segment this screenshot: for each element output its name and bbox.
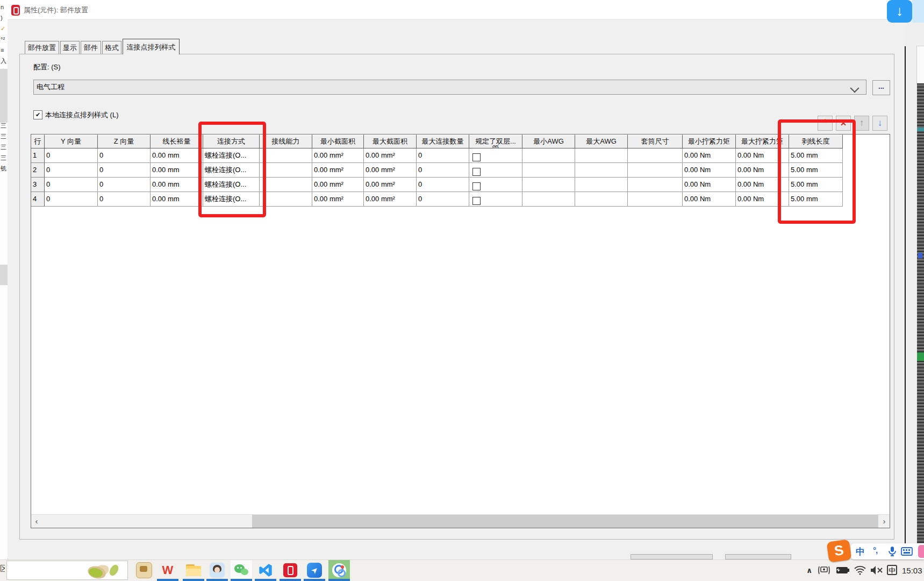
column-header-min_cs[interactable]: 最小截面积 bbox=[312, 134, 364, 148]
sogou-logo[interactable]: S bbox=[827, 539, 852, 562]
column-header-dbl[interactable]: 规定了双层...管 bbox=[469, 134, 522, 148]
cell-min_cs[interactable]: 0.00 mm² bbox=[312, 148, 364, 163]
cell-min_cs[interactable]: 0.00 mm² bbox=[312, 163, 364, 178]
column-header-max_awg[interactable]: 最大AWG bbox=[575, 134, 628, 148]
ime-language-toggle[interactable]: 中 bbox=[856, 545, 865, 558]
column-header-max_n[interactable]: 最大连接数量 bbox=[417, 134, 469, 148]
cell-num[interactable]: 1 bbox=[31, 148, 45, 163]
cell-slack[interactable]: 0.00 mm bbox=[151, 192, 203, 207]
double-level-checkbox[interactable] bbox=[472, 153, 481, 161]
cell-cap[interactable] bbox=[260, 163, 312, 178]
tray-cast-icon[interactable] bbox=[818, 565, 830, 576]
cell-max_tq[interactable]: 0.00 Nm bbox=[736, 163, 789, 178]
cell-z[interactable]: 0 bbox=[98, 148, 151, 163]
cell-max_awg[interactable] bbox=[575, 163, 628, 178]
cell-cap[interactable] bbox=[260, 192, 312, 207]
cell-cap[interactable] bbox=[260, 178, 312, 192]
cell-z[interactable]: 0 bbox=[98, 178, 151, 192]
tray-battery-icon[interactable] bbox=[835, 566, 850, 575]
cell-conn[interactable]: 螺栓连接(O... bbox=[203, 163, 260, 178]
scroll-left-icon[interactable]: ‹ bbox=[31, 515, 42, 528]
column-header-sleeve[interactable]: 套筒尺寸 bbox=[628, 134, 683, 148]
taskbar-app-explorer[interactable] bbox=[184, 562, 203, 579]
cell-max_n[interactable]: 0 bbox=[417, 178, 469, 192]
connection-point-table[interactable]: 行Y 向量Z 向量线长裕量连接方式接线能力最小截面积最大截面积最大连接数量规定了… bbox=[31, 134, 890, 528]
tray-speaker-muted-icon[interactable] bbox=[870, 565, 884, 575]
cell-min_tq[interactable]: 0.00 Nm bbox=[683, 192, 736, 207]
cell-num[interactable]: 2 bbox=[31, 163, 45, 178]
cell-dbl[interactable] bbox=[469, 192, 522, 207]
cell-max_tq[interactable]: 0.00 Nm bbox=[736, 178, 789, 192]
cell-max_tq[interactable]: 0.00 Nm bbox=[736, 148, 789, 163]
ime-clipped-icon[interactable] bbox=[918, 545, 924, 558]
delete-row-button[interactable]: × bbox=[836, 116, 851, 131]
taskbar-app-cloud[interactable] bbox=[330, 562, 349, 579]
config-dropdown[interactable] bbox=[33, 80, 866, 95]
cell-max_cs[interactable]: 0.00 mm² bbox=[364, 178, 417, 192]
column-header-max_tq[interactable]: 最大拧紧力矩 bbox=[736, 134, 789, 148]
cell-max_cs[interactable]: 0.00 mm² bbox=[364, 163, 417, 178]
cell-dbl[interactable] bbox=[469, 163, 522, 178]
table-row-2[interactable]: 2000.00 mm螺栓连接(O...0.00 mm²0.00 mm²00.00… bbox=[31, 163, 843, 178]
column-header-slack[interactable]: 线长裕量 bbox=[151, 134, 203, 148]
taskbar-app-eplan[interactable] bbox=[281, 562, 300, 579]
cell-max_n[interactable]: 0 bbox=[417, 148, 469, 163]
cell-y[interactable]: 0 bbox=[45, 163, 98, 178]
tab-显示[interactable]: 显示 bbox=[60, 41, 80, 54]
hidden-dialog-button[interactable] bbox=[631, 554, 713, 559]
column-header-conn[interactable]: 连接方式 bbox=[203, 134, 260, 148]
cell-sleeve[interactable] bbox=[628, 178, 683, 192]
column-header-z[interactable]: Z 向量 bbox=[98, 134, 151, 148]
cell-y[interactable]: 0 bbox=[45, 148, 98, 163]
cell-z[interactable]: 0 bbox=[98, 163, 151, 178]
table-row-1[interactable]: 1000.00 mm螺栓连接(O...0.00 mm²0.00 mm²00.00… bbox=[31, 148, 843, 163]
local-style-checkbox[interactable]: ✔ bbox=[33, 110, 42, 119]
cell-max_cs[interactable]: 0.00 mm² bbox=[364, 192, 417, 207]
browse-button[interactable]: ... bbox=[872, 80, 890, 95]
taskbar-app-blue[interactable]: ➤ bbox=[305, 562, 324, 579]
cell-min_cs[interactable]: 0.00 mm² bbox=[312, 192, 364, 207]
dialog-titlebar[interactable]: 属性(元件): 部件放置 bbox=[8, 0, 905, 20]
cell-y[interactable]: 0 bbox=[45, 178, 98, 192]
column-header-strip[interactable]: 剥线长度 bbox=[789, 134, 843, 148]
cell-dbl[interactable] bbox=[469, 148, 522, 163]
cell-min_tq[interactable]: 0.00 Nm bbox=[683, 178, 736, 192]
cell-strip[interactable]: 5.00 mm bbox=[789, 178, 843, 192]
tab-格式[interactable]: 格式 bbox=[102, 41, 121, 54]
cell-strip[interactable]: 5.00 mm bbox=[789, 163, 843, 178]
tab-部件[interactable]: 部件 bbox=[81, 41, 101, 54]
double-level-checkbox[interactable] bbox=[472, 197, 481, 205]
cell-min_tq[interactable]: 0.00 Nm bbox=[683, 163, 736, 178]
column-header-min_tq[interactable]: 最小拧紧力矩 bbox=[683, 134, 736, 148]
double-level-checkbox[interactable] bbox=[472, 168, 481, 176]
cell-min_awg[interactable] bbox=[522, 192, 575, 207]
taskbar-search-box[interactable] bbox=[6, 561, 128, 580]
cell-max_cs[interactable]: 0.00 mm² bbox=[364, 148, 417, 163]
tray-wifi-icon[interactable] bbox=[854, 565, 866, 575]
cell-strip[interactable]: 5.00 mm bbox=[789, 148, 843, 163]
cell-slack[interactable]: 0.00 mm bbox=[151, 148, 203, 163]
cell-num[interactable]: 3 bbox=[31, 178, 45, 192]
cell-y[interactable]: 0 bbox=[45, 192, 98, 207]
cell-max_tq[interactable]: 0.00 Nm bbox=[736, 192, 789, 207]
taskbar-app-vscode[interactable] bbox=[256, 562, 275, 579]
tray-clock[interactable]: 15:03 bbox=[902, 566, 922, 575]
column-header-cap[interactable]: 接线能力 bbox=[260, 134, 312, 148]
cell-max_awg[interactable] bbox=[575, 178, 628, 192]
cell-max_n[interactable]: 0 bbox=[417, 163, 469, 178]
cell-min_tq[interactable]: 0.00 Nm bbox=[683, 148, 736, 163]
cell-max_awg[interactable] bbox=[575, 148, 628, 163]
tray-ime-indicator[interactable]: 中 bbox=[887, 565, 897, 575]
cell-min_awg[interactable] bbox=[522, 178, 575, 192]
cell-sleeve[interactable] bbox=[628, 163, 683, 178]
cell-z[interactable]: 0 bbox=[98, 192, 151, 207]
tray-chevron-up-icon[interactable]: ∧ bbox=[806, 566, 812, 575]
scroll-right-icon[interactable]: › bbox=[879, 515, 890, 528]
cell-cap[interactable] bbox=[260, 148, 312, 163]
cell-slack[interactable]: 0.00 mm bbox=[151, 178, 203, 192]
cell-sleeve[interactable] bbox=[628, 192, 683, 207]
move-up-button[interactable]: ↑ bbox=[854, 116, 869, 131]
taskbar-app-wps[interactable]: W bbox=[158, 562, 177, 579]
column-header-y[interactable]: Y 向量 bbox=[45, 134, 98, 148]
taskbar-app-chat[interactable] bbox=[134, 562, 154, 579]
